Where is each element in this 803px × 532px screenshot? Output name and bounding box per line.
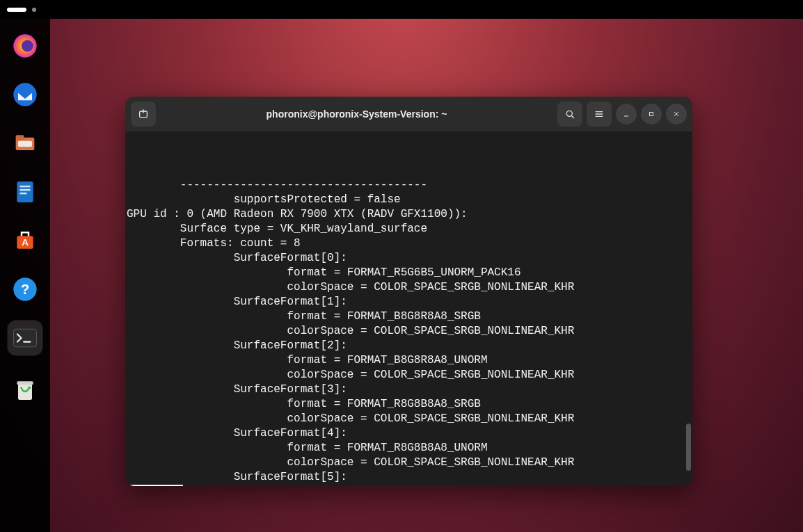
launcher-thunderbird[interactable] <box>8 77 42 112</box>
terminal-line: ------------------------------------- <box>125 178 692 193</box>
workspace-dot[interactable] <box>32 8 36 12</box>
hamburger-icon <box>594 108 605 120</box>
minimize-button[interactable] <box>616 104 637 124</box>
svg-rect-7 <box>20 186 31 188</box>
software-icon: A <box>11 227 39 255</box>
svg-text:?: ? <box>21 282 29 297</box>
terminal-line: SurfaceFormat[1]: <box>125 295 692 309</box>
window-titlebar[interactable]: phoronix@phoronix-System-Version: ~ <box>125 97 692 131</box>
terminal-line: SurfaceFormat[4]: <box>125 426 692 441</box>
terminal-line: SurfaceFormat[3]: <box>125 382 692 397</box>
terminal-line: format = FORMAT_R5G6B5_UNORM_PACK16 <box>125 266 692 280</box>
firefox-icon <box>11 32 39 60</box>
launcher-trash[interactable] <box>8 372 42 407</box>
files-icon <box>11 129 39 157</box>
search-icon <box>564 108 575 120</box>
launcher-help[interactable]: ? <box>8 272 42 307</box>
terminal-line: Formats: count = 8 <box>125 236 692 251</box>
thunderbird-icon <box>11 81 39 108</box>
launcher-files[interactable] <box>8 126 42 161</box>
svg-rect-28 <box>650 113 653 116</box>
terminal-line: SurfaceFormat[0]: <box>125 251 692 266</box>
maximize-icon <box>647 110 655 118</box>
terminal-icon <box>10 323 40 353</box>
terminal-line: colorSpace = COLOR_SPACE_SRGB_NONLINEAR_… <box>125 456 692 470</box>
terminal-window: phoronix@phoronix-System-Version: ~ <box>125 97 692 486</box>
svg-point-22 <box>566 111 572 116</box>
menu-button[interactable] <box>587 102 612 127</box>
launcher-writer[interactable] <box>8 175 42 209</box>
svg-rect-4 <box>16 135 24 140</box>
close-icon <box>672 110 681 118</box>
launcher-terminal[interactable] <box>8 321 42 355</box>
terminal-line: format = FORMAT_R8G8B8A8_SRGB <box>125 397 692 412</box>
svg-line-23 <box>572 116 574 118</box>
svg-rect-5 <box>18 141 32 147</box>
svg-point-2 <box>13 83 36 106</box>
terminal-line: format = FORMAT_B8G8R8A8_SRGB <box>125 309 692 324</box>
terminal-line: supportsProtected = false <box>125 193 692 207</box>
dock: A ? <box>0 19 50 532</box>
help-icon: ? <box>11 275 39 303</box>
writer-icon <box>11 178 39 206</box>
svg-rect-8 <box>20 189 31 191</box>
trash-icon <box>11 376 39 403</box>
svg-rect-14 <box>14 329 37 347</box>
svg-rect-6 <box>17 182 33 202</box>
activities-indicator[interactable] <box>7 8 26 12</box>
terminal-line: --More-- <box>125 485 692 486</box>
new-tab-button[interactable] <box>131 102 156 127</box>
svg-rect-9 <box>20 193 27 195</box>
desktop-background: A ? <box>0 19 803 532</box>
terminal-line: format = FORMAT_R8G8B8A8_UNORM <box>125 441 692 456</box>
close-button[interactable] <box>666 104 687 124</box>
terminal-line: colorSpace = COLOR_SPACE_SRGB_NONLINEAR_… <box>125 412 692 426</box>
terminal-body[interactable]: ------------------------------------- su… <box>125 131 692 486</box>
svg-rect-17 <box>17 381 33 385</box>
launcher-firefox[interactable] <box>8 29 42 63</box>
more-prompt[interactable]: --More-- <box>127 485 183 486</box>
gnome-topbar <box>0 0 803 19</box>
terminal-line: colorSpace = COLOR_SPACE_SRGB_NONLINEAR_… <box>125 324 692 339</box>
terminal-line: colorSpace = COLOR_SPACE_SRGB_NONLINEAR_… <box>125 368 692 382</box>
terminal-scrollbar-thumb[interactable] <box>686 424 691 471</box>
terminal-line: colorSpace = COLOR_SPACE_SRGB_NONLINEAR_… <box>125 280 692 295</box>
maximize-button[interactable] <box>641 104 662 124</box>
launcher-software[interactable]: A <box>8 223 42 258</box>
terminal-line: format = FORMAT_B8G8R8A8_UNORM <box>125 353 692 368</box>
terminal-line: SurfaceFormat[2]: <box>125 339 692 353</box>
terminal-line: GPU id : 0 (AMD Radeon RX 7900 XTX (RADV… <box>125 207 692 222</box>
svg-point-1 <box>22 40 33 52</box>
new-tab-icon <box>138 108 149 120</box>
svg-text:A: A <box>22 237 29 248</box>
minimize-icon <box>622 110 630 118</box>
search-button[interactable] <box>557 102 582 127</box>
window-title: phoronix@phoronix-System-Version: ~ <box>160 108 553 120</box>
terminal-line: SurfaceFormat[5]: <box>125 470 692 485</box>
terminal-line: Surface type = VK_KHR_wayland_surface <box>125 222 692 236</box>
